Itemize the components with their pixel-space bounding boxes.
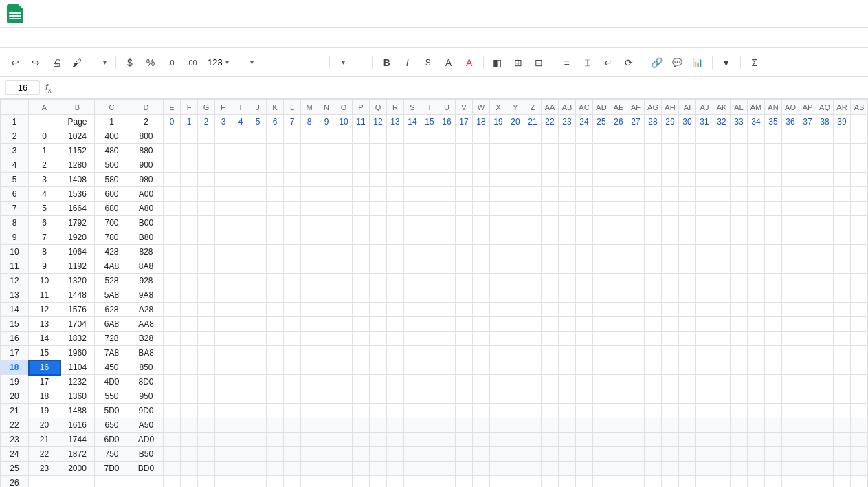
cell-rest-20-28[interactable] <box>645 389 662 404</box>
cell-rest-14-39[interactable] <box>834 303 851 317</box>
cell-rest-9-0[interactable] <box>164 230 181 245</box>
cell-rest-25-21[interactable] <box>524 462 542 476</box>
cell-rest-7-28[interactable] <box>645 202 662 216</box>
cell-rest-24-0[interactable] <box>164 447 181 462</box>
col-header-W[interactable]: W <box>473 100 490 115</box>
cell-rest-18-15[interactable] <box>421 360 438 375</box>
cell-rest-9-23[interactable] <box>559 230 576 245</box>
cell-B21[interactable]: 1488 <box>60 404 95 418</box>
cell-rest-4-25[interactable] <box>593 158 610 173</box>
menu-format[interactable] <box>60 35 71 41</box>
cell-rest-20-27[interactable] <box>627 389 645 404</box>
cell-rest-25-24[interactable] <box>576 462 593 476</box>
cell-rest-26-22[interactable] <box>542 476 559 488</box>
cell-rest-19-17[interactable] <box>456 375 473 389</box>
cell-rest-22-2[interactable] <box>198 418 215 433</box>
cell-rest-11-33[interactable] <box>731 259 748 274</box>
cell-rest-23-25[interactable] <box>593 433 610 447</box>
cell-rest-23-9[interactable] <box>318 433 335 447</box>
cell-rest-1-29[interactable]: 29 <box>662 115 679 129</box>
cell-rest-4-33[interactable] <box>731 158 748 173</box>
cell-rest-8-29[interactable] <box>662 216 679 230</box>
cell-rest-23-37[interactable] <box>799 433 816 447</box>
cell-rest-15-12[interactable] <box>370 317 387 332</box>
col-header-AK[interactable]: AK <box>713 100 731 115</box>
cell-rest-1-21[interactable]: 21 <box>524 115 542 129</box>
cell-rest-21-24[interactable] <box>576 404 593 418</box>
cell-rest-17-6[interactable] <box>267 346 284 360</box>
cell-rest-5-33[interactable] <box>731 173 748 187</box>
cell-rest-19-36[interactable] <box>782 375 799 389</box>
cell-B8[interactable]: 1792 <box>60 216 95 230</box>
cell-rest-4-18[interactable] <box>473 158 490 173</box>
zoom-dropdown[interactable]: ▾ <box>96 53 111 72</box>
cell-rest-20-25[interactable] <box>593 389 610 404</box>
inc-decimals-button[interactable]: .00 <box>182 53 201 72</box>
cell-rest-20-8[interactable] <box>301 389 318 404</box>
cell-rest-12-4[interactable] <box>232 274 249 288</box>
percent-button[interactable]: % <box>141 53 160 72</box>
cell-rest-8-20[interactable] <box>507 216 524 230</box>
cell-rest-26-39[interactable] <box>834 476 851 488</box>
cell-rest-4-26[interactable] <box>610 158 627 173</box>
cell-rest-13-13[interactable] <box>387 288 404 303</box>
cell-rest-4-39[interactable] <box>834 158 851 173</box>
cell-A25[interactable]: 23 <box>29 462 60 476</box>
cell-rest-23-31[interactable] <box>696 433 713 447</box>
col-header-C[interactable]: C <box>95 100 129 115</box>
cell-rest-24-35[interactable] <box>765 447 782 462</box>
cell-rest-25-25[interactable] <box>593 462 610 476</box>
cell-rest-1-14[interactable]: 14 <box>404 115 421 129</box>
cell-rest-24-20[interactable] <box>507 447 524 462</box>
cell-rest-7-37[interactable] <box>799 202 816 216</box>
cell-rest-8-37[interactable] <box>799 216 816 230</box>
col-header-S[interactable]: S <box>404 100 421 115</box>
cell-rest-7-11[interactable] <box>353 202 370 216</box>
cell-rest-16-13[interactable] <box>387 332 404 346</box>
cell-rest-15-27[interactable] <box>627 317 645 332</box>
cell-rest-26-26[interactable] <box>610 476 627 488</box>
cell-rest-11-21[interactable] <box>524 259 542 274</box>
cell-rest-4-30[interactable] <box>679 158 696 173</box>
col-header-M[interactable]: M <box>301 100 318 115</box>
cell-rest-26-16[interactable] <box>438 476 456 488</box>
cell-rest-9-35[interactable] <box>765 230 782 245</box>
cell-rest-3-38[interactable] <box>816 144 834 158</box>
cell-rest-22-40[interactable] <box>851 418 868 433</box>
cell-rest-17-2[interactable] <box>198 346 215 360</box>
cell-rest-14-26[interactable] <box>610 303 627 317</box>
cell-rest-4-16[interactable] <box>438 158 456 173</box>
cell-B14[interactable]: 1576 <box>60 303 95 317</box>
cell-rest-13-28[interactable] <box>645 288 662 303</box>
cell-rest-3-26[interactable] <box>610 144 627 158</box>
paint-format-button[interactable]: 🖌 <box>67 53 87 72</box>
cell-rest-13-3[interactable] <box>215 288 232 303</box>
cell-rest-9-24[interactable] <box>576 230 593 245</box>
cell-rest-4-8[interactable] <box>301 158 318 173</box>
cell-rest-4-37[interactable] <box>799 158 816 173</box>
cell-rest-13-9[interactable] <box>318 288 335 303</box>
cell-rest-24-1[interactable] <box>181 447 198 462</box>
cell-rest-10-28[interactable] <box>645 245 662 259</box>
cell-rest-3-32[interactable] <box>713 144 731 158</box>
cell-A1[interactable] <box>29 115 60 129</box>
cell-rest-4-3[interactable] <box>215 158 232 173</box>
menu-view[interactable] <box>33 35 44 41</box>
cell-D11[interactable]: 8A8 <box>129 259 164 274</box>
cell-rest-5-7[interactable] <box>284 173 301 187</box>
cell-rest-8-8[interactable] <box>301 216 318 230</box>
cell-rest-16-16[interactable] <box>438 332 456 346</box>
col-header-AM[interactable]: AM <box>748 100 765 115</box>
cell-rest-10-3[interactable] <box>215 245 232 259</box>
cell-B11[interactable]: 1192 <box>60 259 95 274</box>
cell-rest-5-20[interactable] <box>507 173 524 187</box>
cell-rest-2-30[interactable] <box>679 129 696 144</box>
cell-rest-4-32[interactable] <box>713 158 731 173</box>
cell-rest-17-20[interactable] <box>507 346 524 360</box>
cell-rest-26-34[interactable] <box>748 476 765 488</box>
cell-rest-15-2[interactable] <box>198 317 215 332</box>
cell-rest-15-7[interactable] <box>284 317 301 332</box>
cell-rest-12-27[interactable] <box>627 274 645 288</box>
col-header-D[interactable]: D <box>129 100 164 115</box>
cell-rest-25-16[interactable] <box>438 462 456 476</box>
